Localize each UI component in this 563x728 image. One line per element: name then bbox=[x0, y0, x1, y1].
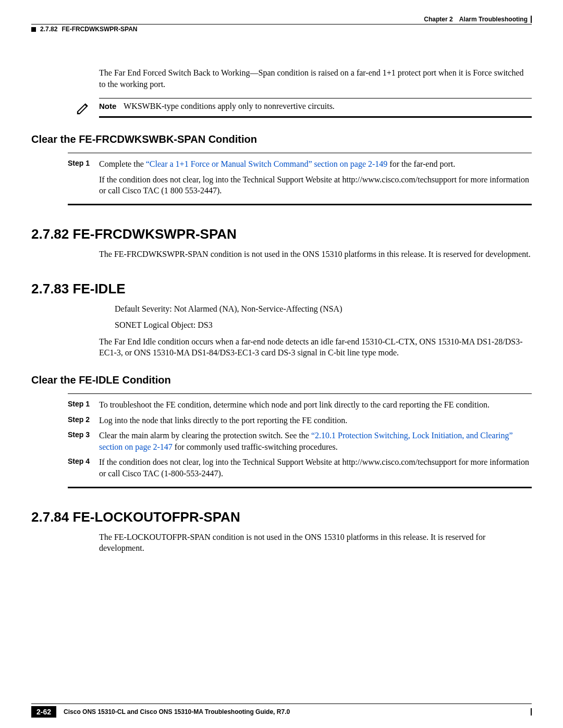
page-footer: 2-62 Cisco ONS 15310-CL and Cisco ONS 15… bbox=[31, 704, 532, 718]
step-label: Step 1 bbox=[68, 399, 99, 411]
step-row: Step 1 To troubleshoot the FE condition,… bbox=[68, 399, 532, 411]
step-text: Log into the node that links directly to… bbox=[99, 415, 532, 426]
step-text: To troubleshoot the FE condition, determ… bbox=[99, 399, 532, 411]
section-2784-para: The FE-LOCKOUTOFPR-SPAN condition is not… bbox=[99, 532, 532, 554]
intro-paragraph: The Far End Forced Switch Back to Workin… bbox=[99, 67, 532, 90]
section-number: 2.7.82 bbox=[40, 26, 57, 33]
page-number: 2-62 bbox=[31, 706, 56, 718]
step-row: Step 3 Clear the main alarm by clearing … bbox=[68, 430, 532, 452]
pencil-icon bbox=[76, 100, 91, 118]
step-row: Step 2 Log into the node that links dire… bbox=[68, 415, 532, 426]
step-block-idle: Step 1 To troubleshoot the FE condition,… bbox=[68, 393, 532, 488]
section-2782-para: The FE-FRCDWKSWPR-SPAN condition is not … bbox=[99, 249, 532, 260]
step-block-wkswbk: Step 1 Complete the “Clear a 1+1 Force o… bbox=[68, 153, 532, 205]
note-text: WKSWBK-type conditions apply only to non… bbox=[124, 102, 335, 110]
document-page: Chapter 2 Alarm Troubleshooting 2.7.82 F… bbox=[0, 0, 563, 728]
default-severity: Default Severity: Not Alarmed (NA), Non-… bbox=[115, 303, 532, 315]
note-label: Note bbox=[99, 102, 116, 110]
xref-link[interactable]: “Clear a 1+1 Force or Manual Switch Comm… bbox=[146, 159, 388, 168]
square-bullet-icon bbox=[31, 27, 36, 32]
chapter-label: Chapter 2 bbox=[424, 16, 452, 23]
section-heading-2783: 2.7.83 FE-IDLE bbox=[31, 281, 532, 297]
section-heading-2784: 2.7.84 FE-LOCKOUTOFPR-SPAN bbox=[31, 509, 532, 525]
chapter-title: Alarm Troubleshooting bbox=[459, 16, 528, 23]
logical-object: SONET Logical Object: DS3 bbox=[115, 319, 532, 331]
running-header-left: 2.7.82 FE-FRCDWKSWPR-SPAN bbox=[31, 26, 532, 33]
step-label: Step 4 bbox=[68, 456, 99, 479]
severity-block: Default Severity: Not Alarmed (NA), Non-… bbox=[115, 303, 532, 331]
running-header-right: Chapter 2 Alarm Troubleshooting bbox=[31, 16, 532, 23]
section-name: FE-FRCDWKSWPR-SPAN bbox=[62, 26, 137, 33]
step-label: Step 1 bbox=[68, 158, 99, 170]
step-label: Step 3 bbox=[68, 430, 99, 452]
clear-idle-heading: Clear the FE-IDLE Condition bbox=[31, 374, 532, 386]
step-row: Step 4 If the condition does not clear, … bbox=[68, 456, 532, 479]
step-text: Complete the “Clear a 1+1 Force or Manua… bbox=[99, 158, 532, 170]
header-rule bbox=[31, 24, 532, 24]
clear-wkswbk-heading: Clear the FE-FRCDWKSWBK-SPAN Condition bbox=[31, 133, 532, 145]
step-text: Clear the main alarm by clearing the pro… bbox=[99, 430, 532, 452]
step-row: Step 1 Complete the “Clear a 1+1 Force o… bbox=[68, 158, 532, 170]
section-heading-2782: 2.7.82 FE-FRCDWKSWPR-SPAN bbox=[31, 226, 532, 242]
step-text: If the condition does not clear, log int… bbox=[99, 456, 532, 479]
header-bar-icon bbox=[531, 16, 532, 23]
section-2783-para: The Far End Idle condition occurs when a… bbox=[99, 336, 532, 359]
step-label: Step 2 bbox=[68, 415, 99, 426]
step-followup: If the condition does not clear, log int… bbox=[68, 174, 532, 196]
note-block: Note WKSWBK-type conditions apply only t… bbox=[99, 98, 532, 118]
footer-title: Cisco ONS 15310-CL and Cisco ONS 15310-M… bbox=[64, 708, 525, 715]
followup-text: If the condition does not clear, log int… bbox=[99, 174, 532, 196]
footer-bar-icon bbox=[531, 708, 532, 715]
